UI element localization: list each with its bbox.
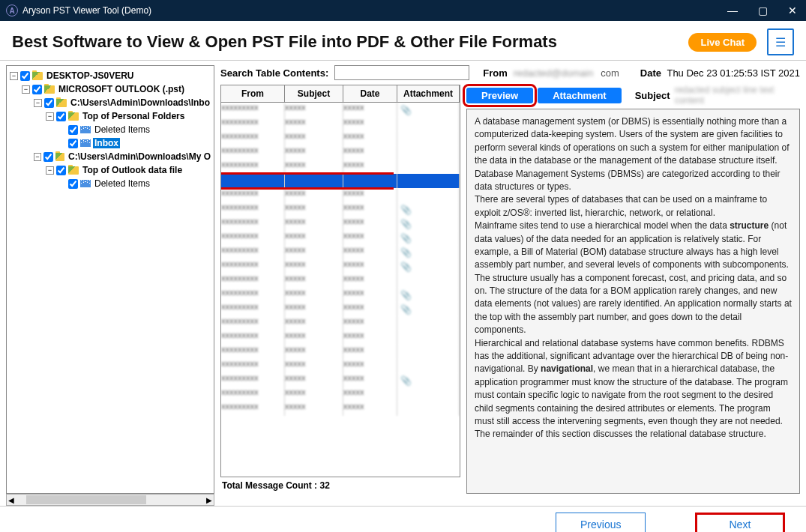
date-value: Thu Dec 23 01:25:53 IST 2021 [667, 67, 800, 79]
preview-text: A database management system (or DBMS) i… [475, 116, 790, 192]
tree-checkbox[interactable] [68, 139, 78, 148]
date-group: Date Thu Dec 23 01:25:53 IST 2021 [640, 67, 800, 79]
folder-tree[interactable]: − DESKTOP-JS0VERU − MICROSOFT OUTLOOK (.… [6, 65, 214, 494]
message-table: From Subject Date Attachment xxxxxxxxxxx… [220, 85, 460, 494]
table-row[interactable]: xxxxxxxxxxxxxxxxxxx [221, 145, 460, 160]
tree-item-inbox[interactable]: Inbox [93, 138, 120, 148]
tree-checkbox[interactable] [68, 125, 78, 135]
tree-item[interactable]: Top of Personal Folders [81, 111, 186, 121]
search-label: Search Table Contents: [220, 67, 328, 79]
table-row[interactable]: xxxxxxxxxxxxxxxxxxx📎 [221, 288, 460, 302]
preview-body[interactable]: A database management system (or DBMS) i… [466, 109, 800, 494]
table-row[interactable]: xxxxxxxxxxxxxxxxxxx [221, 273, 460, 288]
table-body[interactable]: xxxxxxxxxxxxxxxxxxx📎 xxxxxxxxxxxxxxxxxxx… [220, 103, 460, 477]
table-row[interactable]: xxxxxxxxxxxxxxxxxxx [221, 131, 460, 145]
scrollbar-thumb[interactable] [26, 495, 146, 504]
tree-root[interactable]: DESKTOP-JS0VERU [45, 70, 135, 81]
table-row[interactable]: xxxxxxxxxxxxxxxxxxx [221, 359, 460, 373]
minimize-button[interactable]: — [725, 4, 740, 16]
main-area: − DESKTOP-JS0VERU − MICROSOFT OUTLOOK (.… [0, 61, 806, 494]
header-bar: Best Software to View & Open PST File in… [0, 21, 806, 61]
mail-folder-icon [80, 126, 91, 133]
expand-toggle[interactable]: − [46, 166, 54, 175]
tab-attachment[interactable]: Attachment [538, 88, 622, 103]
table-row[interactable]: xxxxxxxxxxxxxxxxxxx📎 [221, 373, 460, 387]
table-row[interactable]: xxxxxxxxxxxxxxxxxxx [221, 330, 460, 345]
next-button[interactable]: Next [695, 513, 785, 532]
tree-checkbox[interactable] [56, 166, 66, 175]
from-label: From [483, 67, 508, 79]
from-value: redacted@domain [514, 67, 593, 79]
scroll-right-icon[interactable]: ▶ [205, 496, 214, 504]
table-row[interactable]: xxxxxxxxxxxxxxxxxxx📎 [221, 217, 460, 231]
date-label: Date [640, 67, 661, 79]
tree-item-deleted[interactable]: Deleted Items [93, 124, 151, 135]
table-row[interactable]: xxxxxxxxxxxxxxxxxxx📎 [221, 259, 460, 273]
preview-panel: Preview Attachment Subject redacted subj… [466, 85, 800, 494]
subject-label: Subject [635, 90, 670, 101]
table-row[interactable]: xxxxxxxxxxxxxxxxxxx📎 [221, 302, 460, 316]
expand-toggle[interactable]: − [34, 99, 42, 107]
expand-toggle[interactable]: − [22, 85, 30, 94]
col-date[interactable]: Date [343, 85, 397, 102]
table-row[interactable]: xxxxxxxxxxxxxxxxxxx📎 [221, 231, 460, 245]
expand-toggle [58, 180, 66, 188]
tree-item-deleted[interactable]: Deleted Items [93, 178, 151, 189]
tree-horizontal-scrollbar[interactable]: ◀ ▶ [6, 494, 214, 506]
tree-checkbox[interactable] [32, 85, 42, 94]
col-from[interactable]: From [221, 85, 285, 102]
table-row[interactable]: xxxxxxxxxxxxxxxxxxx [221, 402, 460, 416]
tab-preview[interactable]: Preview [466, 88, 533, 103]
tree-item[interactable]: C:\Users\Admin\Downloads\Inbo [69, 97, 211, 108]
table-row[interactable]: xxxxxxxxxxxxxxxxxxx📎 [221, 103, 460, 117]
expand-toggle[interactable]: − [46, 112, 54, 121]
live-chat-button[interactable]: Live Chat [688, 33, 757, 52]
hamburger-menu-button[interactable]: ☰ [767, 28, 794, 55]
folder-icon [68, 112, 79, 121]
table-row[interactable]: xxxxxxxxxxxxxxxxxxx [221, 117, 460, 131]
folder-icon [44, 85, 55, 94]
window-controls: — ▢ ✕ [725, 4, 800, 16]
attachment-icon: 📎 [400, 247, 409, 258]
table-row[interactable]: xxxxxxxxxxxxxxxxxxx📎 [221, 245, 460, 259]
expand-toggle[interactable]: − [10, 72, 18, 80]
footer-nav: Previous (Click here to go to previous p… [0, 506, 806, 532]
table-row[interactable]: xxxxxxxxxxxxxxxxxxx [221, 387, 460, 402]
mail-folder-icon [80, 180, 91, 187]
expand-toggle [58, 126, 66, 134]
content-area: Search Table Contents: From redacted@dom… [220, 65, 800, 494]
tree-checkbox[interactable] [68, 179, 78, 189]
tree-item[interactable]: C:\Users\Admin\Downloads\My O [67, 151, 212, 162]
search-input[interactable] [334, 65, 469, 80]
preview-text-bold: structure [730, 220, 769, 231]
table-row[interactable]: xxxxxxxxxxxxxxxxxxx📎 [221, 202, 460, 217]
tree-checkbox[interactable] [43, 152, 53, 162]
table-header: From Subject Date Attachment [220, 85, 460, 103]
folder-icon [55, 153, 64, 161]
col-subject[interactable]: Subject [285, 85, 343, 102]
preview-text: Mainframe sites tend to use a hierarchic… [475, 220, 730, 231]
table-row[interactable]: xxxxxxxxxxxxxxxxxxx [221, 345, 460, 359]
tree-checkbox[interactable] [44, 98, 54, 108]
from-suffix: com [601, 67, 619, 79]
scroll-left-icon[interactable]: ◀ [7, 496, 16, 504]
content-row: From Subject Date Attachment xxxxxxxxxxx… [220, 85, 800, 494]
tree-item[interactable]: Top of Outlook data file [81, 165, 184, 175]
page-title: Best Software to View & Open PST File in… [12, 32, 688, 52]
table-row[interactable]: xxxxxxxxxxxxxxxxxxx [221, 316, 460, 330]
attachment-icon: 📎 [400, 290, 409, 300]
col-attachment[interactable]: Attachment [397, 85, 460, 102]
table-row-selected[interactable] [221, 174, 460, 188]
title-bar: A Aryson PST Viewer Tool (Demo) — ▢ ✕ [0, 0, 806, 21]
tree-checkbox[interactable] [20, 71, 30, 81]
expand-toggle[interactable]: − [34, 153, 41, 161]
table-row[interactable]: xxxxxxxxxxxxxxxxxxx [221, 188, 460, 202]
previous-button[interactable]: Previous [556, 513, 646, 532]
tree-item[interactable]: MICROSOFT OUTLOOK (.pst) [57, 84, 186, 94]
attachment-icon: 📎 [400, 304, 409, 315]
tree-checkbox[interactable] [56, 112, 66, 121]
maximize-button[interactable]: ▢ [755, 4, 770, 16]
window-title: Aryson PST Viewer Tool (Demo) [22, 5, 151, 16]
close-button[interactable]: ✕ [785, 4, 800, 16]
message-count: Total Message Count : 32 [220, 477, 460, 494]
